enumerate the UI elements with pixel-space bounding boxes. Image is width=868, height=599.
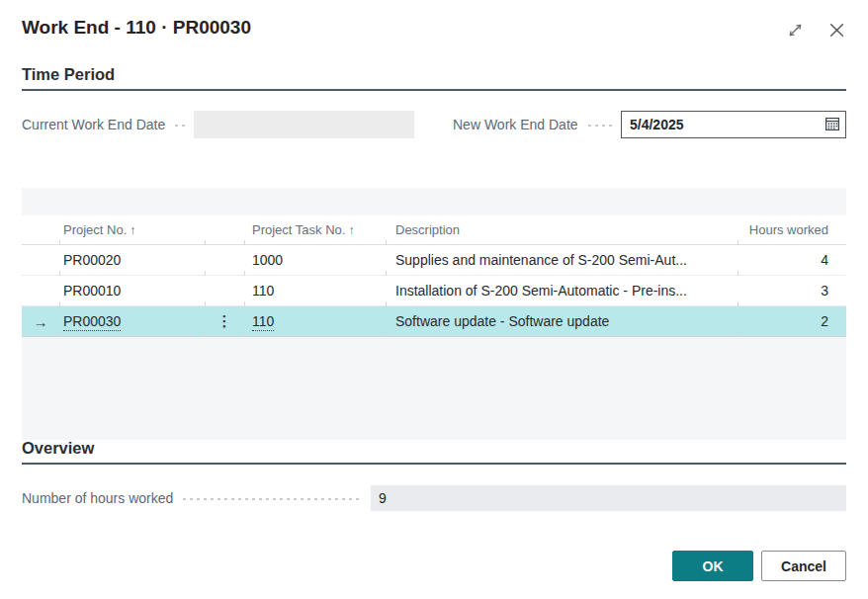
- project-lines-grid: Project No.↑ Project Task No.↑ Descripti…: [22, 188, 846, 440]
- new-work-end-date-input[interactable]: [622, 117, 820, 132]
- ellipsis-menu-icon: ⋮: [217, 312, 232, 329]
- table-row-selected[interactable]: → PR00030 ⋮ 110 Software update - Softwa…: [22, 306, 846, 337]
- column-header-hours-worked[interactable]: Hours worked: [738, 222, 846, 237]
- project-no-drilldown-link[interactable]: PR00030: [63, 313, 121, 331]
- row-selector-cell[interactable]: →: [22, 314, 59, 329]
- cancel-button[interactable]: Cancel: [761, 551, 846, 581]
- column-label: Hours worked: [749, 222, 828, 237]
- section-heading-time-period: Time Period: [22, 65, 115, 84]
- cell-description[interactable]: Supplies and maintenance of S-200 Semi-A…: [386, 252, 738, 268]
- expand-icon: [786, 21, 805, 43]
- current-work-end-date-label: Current Work End Date: [22, 117, 165, 132]
- new-work-end-date-group: New Work End Date: [453, 111, 846, 138]
- ok-button[interactable]: OK: [672, 551, 753, 581]
- cell-project-task-no[interactable]: 1000: [244, 252, 386, 268]
- current-work-end-date-group: Current Work End Date: [22, 111, 414, 138]
- project-task-no-drilldown-link[interactable]: 110: [252, 313, 274, 331]
- cell-hours-worked[interactable]: 3: [738, 283, 846, 299]
- dotted-leader: [586, 124, 612, 128]
- section-rule: [22, 89, 846, 91]
- table-row[interactable]: PR00020 1000 Supplies and maintenance of…: [22, 245, 846, 276]
- close-button[interactable]: [825, 20, 848, 43]
- column-divider-tick: [59, 332, 60, 337]
- new-work-end-date-field[interactable]: [621, 111, 846, 138]
- expand-button[interactable]: [783, 20, 807, 43]
- section-heading-overview: Overview: [22, 439, 94, 458]
- column-header-description[interactable]: Description: [386, 222, 738, 237]
- number-of-hours-worked-group: Number of hours worked 9: [22, 485, 846, 511]
- cell-description[interactable]: Installation of S-200 Semi-Automatic - P…: [386, 283, 738, 299]
- current-work-end-date-field: [194, 111, 414, 138]
- column-header-project-no[interactable]: Project No.↑: [59, 222, 205, 237]
- section-rule: [22, 463, 846, 465]
- column-divider-tick: [386, 332, 387, 337]
- cell-project-no[interactable]: PR00030: [59, 313, 205, 329]
- cell-hours-worked[interactable]: 2: [738, 313, 846, 329]
- cell-project-task-no[interactable]: 110: [244, 283, 386, 299]
- number-of-hours-worked-label: Number of hours worked: [22, 490, 173, 506]
- page-title: Work End - 110 · PR00030: [22, 17, 251, 39]
- new-work-end-date-label: New Work End Date: [453, 117, 578, 132]
- sort-ascending-icon: ↑: [348, 223, 354, 237]
- cell-context-menu-button[interactable]: ⋮: [205, 313, 244, 329]
- dotted-leader: [181, 497, 362, 501]
- sort-ascending-icon: ↑: [130, 223, 135, 237]
- column-label: Project Task No.: [252, 222, 345, 237]
- column-divider-tick: [244, 332, 245, 337]
- selected-row-arrow-icon: →: [34, 314, 48, 329]
- cell-description[interactable]: Software update - Software update: [386, 313, 738, 329]
- column-header-project-task-no[interactable]: Project Task No.↑: [244, 222, 386, 237]
- calendar-icon: [825, 116, 840, 134]
- grid-toolbar-band: [22, 188, 846, 215]
- dotted-leader: [173, 124, 185, 128]
- number-of-hours-worked-field: 9: [371, 485, 846, 511]
- close-icon: [828, 22, 845, 42]
- cell-project-no[interactable]: PR00010: [59, 283, 205, 299]
- grid-empty-area: [22, 337, 846, 440]
- grid-header-row: Project No.↑ Project Task No.↑ Descripti…: [22, 215, 846, 245]
- column-label: Project No.: [63, 222, 127, 237]
- cell-project-task-no[interactable]: 110: [244, 313, 386, 329]
- column-divider-tick: [205, 332, 206, 337]
- column-divider-tick: [738, 332, 738, 337]
- table-row[interactable]: PR00010 110 Installation of S-200 Semi-A…: [22, 276, 846, 306]
- cell-hours-worked[interactable]: 4: [738, 252, 846, 268]
- date-picker-button[interactable]: [820, 112, 845, 137]
- column-label: Description: [395, 222, 460, 237]
- work-end-dialog: Work End - 110 · PR00030 Time Period Cur…: [0, 0, 868, 599]
- cell-project-no[interactable]: PR00020: [59, 252, 205, 268]
